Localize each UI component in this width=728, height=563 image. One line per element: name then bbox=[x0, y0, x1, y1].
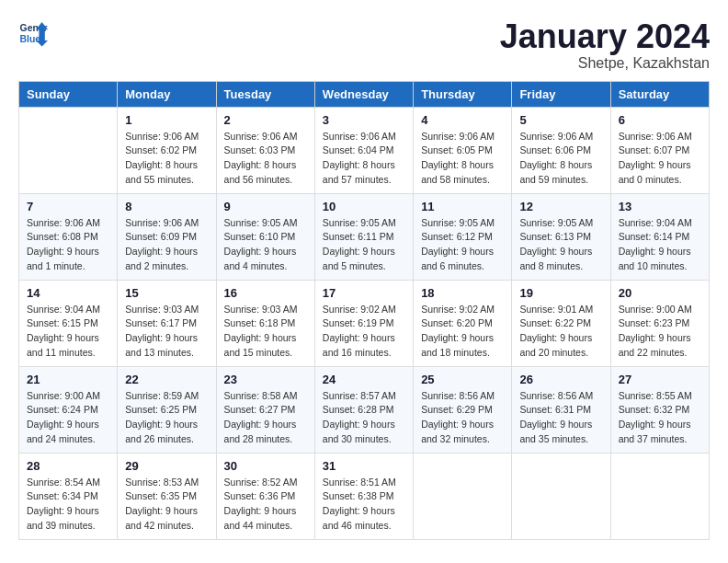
day-info: Sunrise: 8:56 AM Sunset: 6:31 PM Dayligh… bbox=[519, 389, 602, 447]
day-number: 14 bbox=[27, 286, 109, 300]
day-number: 23 bbox=[224, 373, 307, 386]
daylight-text: Daylight: 9 hours and 2 minutes. bbox=[125, 245, 208, 274]
day-info: Sunrise: 8:51 AM Sunset: 6:38 PM Dayligh… bbox=[323, 476, 405, 534]
daylight-text: Daylight: 9 hours and 26 minutes. bbox=[125, 418, 208, 447]
sunset-text: Sunset: 6:20 PM bbox=[421, 316, 504, 331]
sunset-text: Sunset: 6:13 PM bbox=[519, 230, 602, 245]
day-info: Sunrise: 8:56 AM Sunset: 6:29 PM Dayligh… bbox=[421, 389, 504, 447]
day-number: 29 bbox=[125, 459, 208, 473]
logo: General Blue bbox=[18, 18, 48, 48]
sunset-text: Sunset: 6:11 PM bbox=[323, 230, 405, 245]
day-number: 18 bbox=[421, 286, 504, 300]
sunset-text: Sunset: 6:34 PM bbox=[27, 489, 109, 504]
daylight-text: Daylight: 9 hours and 28 minutes. bbox=[224, 418, 307, 447]
sunrise-text: Sunrise: 8:53 AM bbox=[125, 476, 208, 490]
sunset-text: Sunset: 6:02 PM bbox=[125, 144, 208, 158]
daylight-text: Daylight: 9 hours and 22 minutes. bbox=[619, 331, 701, 361]
calendar-week-row: 7 Sunrise: 9:06 AM Sunset: 6:08 PM Dayli… bbox=[19, 193, 710, 280]
day-info: Sunrise: 9:06 AM Sunset: 6:03 PM Dayligh… bbox=[224, 130, 307, 188]
sunset-text: Sunset: 6:35 PM bbox=[125, 489, 208, 504]
day-number: 10 bbox=[323, 200, 405, 213]
sunset-text: Sunset: 6:17 PM bbox=[125, 316, 208, 331]
calendar-day-cell: 17 Sunrise: 9:02 AM Sunset: 6:19 PM Dayl… bbox=[314, 280, 413, 366]
sunrise-text: Sunrise: 8:51 AM bbox=[323, 476, 405, 490]
day-info: Sunrise: 9:06 AM Sunset: 6:04 PM Dayligh… bbox=[323, 130, 405, 188]
calendar-day-cell: 27 Sunrise: 8:55 AM Sunset: 6:32 PM Dayl… bbox=[610, 366, 709, 453]
sunset-text: Sunset: 6:04 PM bbox=[323, 144, 405, 158]
sunrise-text: Sunrise: 9:04 AM bbox=[619, 216, 701, 231]
day-header: Saturday bbox=[610, 81, 709, 107]
daylight-text: Daylight: 8 hours and 55 minutes. bbox=[125, 158, 208, 188]
page-header: General Blue January 2024 Shetpe, Kazakh… bbox=[18, 18, 710, 72]
day-number: 13 bbox=[619, 200, 701, 213]
daylight-text: Daylight: 9 hours and 18 minutes. bbox=[421, 331, 504, 361]
day-info: Sunrise: 8:55 AM Sunset: 6:32 PM Dayligh… bbox=[619, 389, 701, 447]
day-info: Sunrise: 8:59 AM Sunset: 6:25 PM Dayligh… bbox=[125, 389, 208, 447]
day-info: Sunrise: 9:01 AM Sunset: 6:22 PM Dayligh… bbox=[519, 303, 602, 361]
calendar-day-cell: 16 Sunrise: 9:03 AM Sunset: 6:18 PM Dayl… bbox=[216, 280, 314, 366]
sunrise-text: Sunrise: 9:03 AM bbox=[224, 303, 307, 317]
sunset-text: Sunset: 6:19 PM bbox=[323, 316, 405, 331]
day-info: Sunrise: 9:05 AM Sunset: 6:13 PM Dayligh… bbox=[519, 216, 602, 274]
sunrise-text: Sunrise: 8:54 AM bbox=[27, 476, 109, 490]
calendar-week-row: 21 Sunrise: 9:00 AM Sunset: 6:24 PM Dayl… bbox=[19, 366, 710, 453]
daylight-text: Daylight: 9 hours and 1 minute. bbox=[27, 245, 109, 274]
sunrise-text: Sunrise: 9:06 AM bbox=[125, 130, 208, 144]
calendar-week-row: 1 Sunrise: 9:06 AM Sunset: 6:02 PM Dayli… bbox=[19, 107, 710, 193]
day-header: Thursday bbox=[414, 81, 512, 107]
day-number: 4 bbox=[421, 113, 504, 127]
daylight-text: Daylight: 8 hours and 58 minutes. bbox=[421, 158, 504, 188]
day-number: 20 bbox=[619, 286, 701, 300]
daylight-text: Daylight: 9 hours and 11 minutes. bbox=[27, 331, 109, 361]
calendar-day-cell: 9 Sunrise: 9:05 AM Sunset: 6:10 PM Dayli… bbox=[216, 193, 314, 280]
sunset-text: Sunset: 6:38 PM bbox=[323, 489, 405, 504]
sunrise-text: Sunrise: 9:02 AM bbox=[421, 303, 504, 317]
daylight-text: Daylight: 9 hours and 4 minutes. bbox=[224, 245, 307, 274]
day-number: 21 bbox=[27, 373, 109, 386]
daylight-text: Daylight: 9 hours and 15 minutes. bbox=[224, 331, 307, 361]
sunrise-text: Sunrise: 9:06 AM bbox=[27, 216, 109, 231]
calendar-day-cell: 19 Sunrise: 9:01 AM Sunset: 6:22 PM Dayl… bbox=[512, 280, 610, 366]
sunset-text: Sunset: 6:07 PM bbox=[619, 144, 701, 158]
calendar-day-cell: 11 Sunrise: 9:05 AM Sunset: 6:12 PM Dayl… bbox=[414, 193, 512, 280]
daylight-text: Daylight: 9 hours and 16 minutes. bbox=[323, 331, 405, 361]
daylight-text: Daylight: 9 hours and 37 minutes. bbox=[619, 418, 701, 447]
sunrise-text: Sunrise: 9:06 AM bbox=[519, 130, 602, 144]
day-number: 17 bbox=[323, 286, 405, 300]
day-number: 24 bbox=[323, 373, 405, 386]
sunset-text: Sunset: 6:08 PM bbox=[27, 230, 109, 245]
calendar-day-cell: 25 Sunrise: 8:56 AM Sunset: 6:29 PM Dayl… bbox=[414, 366, 512, 453]
sunset-text: Sunset: 6:23 PM bbox=[619, 316, 701, 331]
calendar-day-cell: 28 Sunrise: 8:54 AM Sunset: 6:34 PM Dayl… bbox=[19, 453, 118, 539]
day-info: Sunrise: 8:54 AM Sunset: 6:34 PM Dayligh… bbox=[27, 476, 109, 534]
daylight-text: Daylight: 9 hours and 30 minutes. bbox=[323, 418, 405, 447]
daylight-text: Daylight: 9 hours and 44 minutes. bbox=[224, 504, 307, 534]
daylight-text: Daylight: 9 hours and 6 minutes. bbox=[421, 245, 504, 274]
calendar-title: January 2024 bbox=[500, 18, 710, 55]
sunset-text: Sunset: 6:03 PM bbox=[224, 144, 307, 158]
calendar-table: SundayMondayTuesdayWednesdayThursdayFrid… bbox=[18, 81, 710, 540]
sunset-text: Sunset: 6:29 PM bbox=[421, 403, 504, 418]
day-info: Sunrise: 9:05 AM Sunset: 6:10 PM Dayligh… bbox=[224, 216, 307, 274]
calendar-day-cell: 30 Sunrise: 8:52 AM Sunset: 6:36 PM Dayl… bbox=[216, 453, 314, 539]
day-number: 15 bbox=[125, 286, 208, 300]
daylight-text: Daylight: 9 hours and 46 minutes. bbox=[323, 504, 405, 534]
day-number: 22 bbox=[125, 373, 208, 386]
sunrise-text: Sunrise: 9:06 AM bbox=[323, 130, 405, 144]
daylight-text: Daylight: 9 hours and 24 minutes. bbox=[27, 418, 109, 447]
sunrise-text: Sunrise: 9:05 AM bbox=[323, 216, 405, 231]
daylight-text: Daylight: 9 hours and 42 minutes. bbox=[125, 504, 208, 534]
day-number: 9 bbox=[224, 200, 307, 213]
daylight-text: Daylight: 9 hours and 32 minutes. bbox=[421, 418, 504, 447]
calendar-day-cell: 8 Sunrise: 9:06 AM Sunset: 6:09 PM Dayli… bbox=[118, 193, 216, 280]
day-info: Sunrise: 9:06 AM Sunset: 6:02 PM Dayligh… bbox=[125, 130, 208, 188]
sunrise-text: Sunrise: 9:03 AM bbox=[125, 303, 208, 317]
calendar-day-cell bbox=[512, 453, 610, 539]
sunset-text: Sunset: 6:32 PM bbox=[619, 403, 701, 418]
sunset-text: Sunset: 6:22 PM bbox=[519, 316, 602, 331]
sunrise-text: Sunrise: 9:04 AM bbox=[27, 303, 109, 317]
day-header: Wednesday bbox=[314, 81, 413, 107]
calendar-day-cell: 5 Sunrise: 9:06 AM Sunset: 6:06 PM Dayli… bbox=[512, 107, 610, 193]
day-number: 19 bbox=[519, 286, 602, 300]
daylight-text: Daylight: 8 hours and 59 minutes. bbox=[519, 158, 602, 188]
